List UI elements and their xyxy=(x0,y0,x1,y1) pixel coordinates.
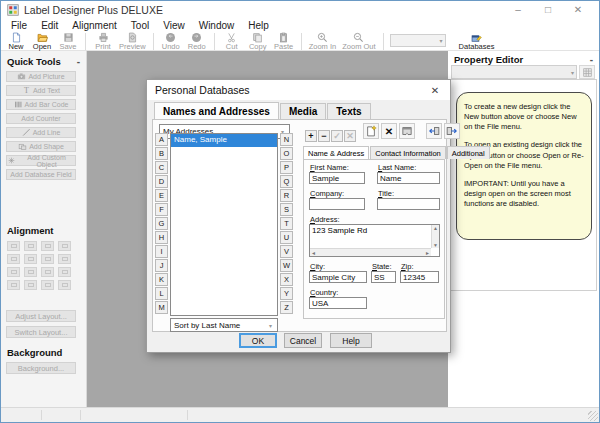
collapse-icon[interactable]: - xyxy=(590,54,593,65)
letter-z-button[interactable]: Z xyxy=(280,301,293,314)
adjust-layout-button: Adjust Layout... xyxy=(6,310,76,322)
address-horizontal-scrollbar[interactable]: ◄ ► xyxy=(310,248,431,256)
state-field[interactable] xyxy=(371,271,396,283)
letter-w-button[interactable]: W xyxy=(280,259,293,272)
export-records-button[interactable] xyxy=(426,123,442,139)
tab-texts[interactable]: Texts xyxy=(327,103,370,119)
tab-media[interactable]: Media xyxy=(280,103,326,119)
letter-a-button[interactable]: A xyxy=(155,133,168,146)
quick-tools-header: Quick Tools - xyxy=(1,55,86,67)
scroll-up-icon[interactable]: ▲ xyxy=(433,225,438,231)
letter-s-button[interactable]: S xyxy=(280,203,293,216)
dialog-close-button[interactable]: ✕ xyxy=(428,85,442,96)
letter-f-button[interactable]: F xyxy=(155,203,168,216)
letter-x-button[interactable]: X xyxy=(280,273,293,286)
resize-grip[interactable] xyxy=(588,411,598,421)
property-editor-header: Property Editor - xyxy=(448,53,599,65)
letter-q-button[interactable]: Q xyxy=(280,175,293,188)
menu-edit[interactable]: Edit xyxy=(34,20,65,31)
country-field[interactable] xyxy=(309,297,367,309)
address-vertical-scrollbar[interactable]: ▲ ▼ xyxy=(431,225,439,248)
toolbar-cut-button: Cut xyxy=(219,32,245,51)
new-database-button[interactable] xyxy=(363,123,379,139)
toolbar-databases-button[interactable]: Databases xyxy=(456,32,498,51)
records-list[interactable]: Name, Sample xyxy=(170,133,278,316)
tab-contact-information[interactable]: Contact Information xyxy=(370,146,445,159)
letter-p-button[interactable]: P xyxy=(280,161,293,174)
address-label: Address: xyxy=(310,215,340,224)
zip-field[interactable] xyxy=(400,271,439,283)
import-records-button[interactable] xyxy=(444,123,460,139)
quick-tools-title: Quick Tools xyxy=(7,56,61,67)
company-field[interactable] xyxy=(309,198,365,210)
line-icon xyxy=(22,128,31,137)
menu-window[interactable]: Window xyxy=(192,20,242,31)
tab-additional[interactable]: Additional xyxy=(447,146,490,159)
tab-names-and-addresses[interactable]: Names and Addresses xyxy=(154,102,279,119)
letter-t-button[interactable]: T xyxy=(280,217,293,230)
letter-k-button[interactable]: K xyxy=(155,273,168,286)
menu-view[interactable]: View xyxy=(156,20,192,31)
personal-databases-dialog: Personal Databases ✕ Names and Addresses… xyxy=(146,79,451,353)
remove-record-button[interactable]: − xyxy=(318,130,330,142)
letter-b-button[interactable]: B xyxy=(155,147,168,160)
scroll-down-icon[interactable]: ▼ xyxy=(433,242,438,248)
letter-u-button[interactable]: U xyxy=(280,231,293,244)
letter-j-button[interactable]: J xyxy=(155,259,168,272)
help-note: To create a new design click the New but… xyxy=(456,92,592,240)
letter-i-button[interactable]: I xyxy=(155,245,168,258)
help-button[interactable]: Help xyxy=(330,333,372,348)
title-bar: Label Designer Plus DELUXE – □ ✕ xyxy=(1,1,599,19)
first-name-field[interactable] xyxy=(309,172,365,184)
menu-tool[interactable]: Tool xyxy=(124,20,156,31)
export-arrow-icon xyxy=(428,125,440,137)
close-button[interactable]: ✕ xyxy=(563,1,593,19)
toolbar-button-label: Copy xyxy=(249,43,267,51)
menu-help[interactable]: Help xyxy=(241,20,276,31)
ok-button[interactable]: OK xyxy=(239,333,277,348)
title-field[interactable] xyxy=(377,198,440,210)
letter-g-button[interactable]: G xyxy=(155,217,168,230)
add-shape-button: Add Shape xyxy=(6,141,76,152)
letter-v-button[interactable]: V xyxy=(280,245,293,258)
letter-m-button[interactable]: M xyxy=(155,301,168,314)
toolbar-open-button[interactable]: Open xyxy=(29,32,55,51)
delete-database-button[interactable]: ✕ xyxy=(381,123,397,139)
address-field[interactable]: 123 Sample Rd xyxy=(312,226,430,247)
menu-file[interactable]: File xyxy=(4,20,34,31)
scroll-left-icon[interactable]: ◄ xyxy=(311,250,316,256)
toolbar-new-button[interactable]: New xyxy=(3,32,29,51)
letter-l-button[interactable]: L xyxy=(155,287,168,300)
scroll-right-icon[interactable]: ► xyxy=(425,250,430,256)
city-field[interactable] xyxy=(309,271,367,283)
add-record-button[interactable]: + xyxy=(305,130,317,142)
letter-h-button[interactable]: H xyxy=(155,231,168,244)
letter-o-button[interactable]: O xyxy=(280,147,293,160)
sort-select-value: Sort by Last Name xyxy=(174,321,240,330)
letter-n-button[interactable]: N xyxy=(280,133,293,146)
cancel-button[interactable]: Cancel xyxy=(284,333,322,348)
letter-c-button[interactable]: C xyxy=(155,161,168,174)
sort-select[interactable]: Sort by Last Name ▾ xyxy=(170,318,278,332)
collapse-icon[interactable]: - xyxy=(77,56,80,67)
letter-y-button[interactable]: Y xyxy=(280,287,293,300)
minimize-button[interactable]: – xyxy=(503,1,533,19)
app-window: Label Designer Plus DELUXE – □ ✕ FileEdi… xyxy=(0,0,600,423)
camera-icon xyxy=(17,72,26,81)
tab-name-address[interactable]: Name & Address xyxy=(303,146,369,159)
toolbar-preview-button: Preview xyxy=(116,32,149,51)
maximize-button[interactable]: □ xyxy=(533,1,563,19)
letter-r-button[interactable]: R xyxy=(280,189,293,202)
letter-d-button[interactable]: D xyxy=(155,175,168,188)
last-name-field[interactable] xyxy=(377,172,440,184)
quick-tool-label: Add Bar Code xyxy=(25,101,69,108)
statusbar-separator xyxy=(80,410,81,420)
record-item[interactable]: Name, Sample xyxy=(171,134,277,147)
toolbar-button-label: Preview xyxy=(119,43,146,51)
toolbar-button-label: Undo xyxy=(162,43,180,51)
menu-alignment[interactable]: Alignment xyxy=(65,20,123,31)
record-detail-tabs: Name & Address Contact Information Addit… xyxy=(303,146,491,159)
property-editor-content: To create a new design click the New but… xyxy=(450,79,597,291)
letter-e-button[interactable]: E xyxy=(155,189,168,202)
database-properties-button[interactable] xyxy=(399,123,415,139)
